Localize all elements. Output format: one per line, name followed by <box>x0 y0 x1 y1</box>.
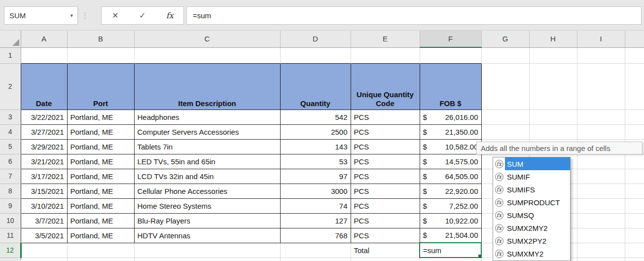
cell[interactable] <box>529 124 577 139</box>
cell[interactable] <box>625 198 644 213</box>
row-header-5[interactable]: 5 <box>0 139 21 154</box>
function-list-item-sumsq[interactable]: fx SUMSQ <box>493 209 570 222</box>
row-header-4[interactable]: 4 <box>0 124 21 139</box>
cell[interactable] <box>577 110 625 124</box>
row-header-1[interactable]: 1 <box>0 47 21 63</box>
column-header-partial[interactable] <box>625 31 644 47</box>
cell[interactable] <box>577 228 625 243</box>
cell[interactable] <box>481 63 529 110</box>
name-box[interactable]: SUM ▾ <box>4 6 78 25</box>
cell[interactable] <box>481 47 529 63</box>
cell[interactable] <box>529 47 577 63</box>
cell-item[interactable]: Blu-Ray Players <box>134 213 280 228</box>
cell-date[interactable]: 3/21/2021 <box>21 154 67 169</box>
cell[interactable] <box>577 258 625 261</box>
cell-port[interactable]: Portland, ME <box>67 198 134 213</box>
header-cell-port[interactable]: Port <box>67 63 134 110</box>
cell[interactable] <box>21 243 67 258</box>
cell[interactable] <box>625 258 644 261</box>
row-header-7[interactable]: 7 <box>0 169 21 184</box>
cell-date[interactable]: 3/22/2021 <box>21 110 67 124</box>
function-list-item-sumifs[interactable]: fx SUMIFS <box>493 183 570 196</box>
cell[interactable] <box>21 258 67 261</box>
cell-date[interactable]: 3/15/2021 <box>21 184 67 198</box>
cell-fob[interactable]: $21,350.00 <box>420 124 481 139</box>
cell-item[interactable]: Tablets 7in <box>134 139 280 154</box>
cell[interactable] <box>625 154 644 169</box>
cell-item[interactable]: LCD TVs 32in and 45in <box>134 169 280 184</box>
cell-item[interactable]: LED TVs, 55in and 65in <box>134 154 280 169</box>
formula-input[interactable]: =sum <box>186 6 642 25</box>
cell-qty[interactable]: 768 <box>280 228 351 243</box>
cell-date[interactable]: 3/10/2021 <box>21 198 67 213</box>
cell-code[interactable]: PCS <box>351 213 420 228</box>
cell-qty[interactable]: 2500 <box>280 124 351 139</box>
header-cell-date[interactable]: Date <box>21 63 67 110</box>
cell-code[interactable]: PCS <box>351 228 420 243</box>
row-header-12-selected[interactable]: 12 <box>0 243 21 258</box>
cell[interactable] <box>577 184 625 198</box>
cell[interactable] <box>577 124 625 139</box>
cell-fob[interactable]: $7,252.00 <box>420 198 481 213</box>
cell-code[interactable]: PCS <box>351 184 420 198</box>
name-box-dropdown-icon[interactable]: ▾ <box>70 12 77 19</box>
header-cell-quantity[interactable]: Quantity <box>280 63 351 110</box>
cell[interactable] <box>280 47 351 63</box>
cell[interactable] <box>134 47 280 63</box>
cell-code[interactable]: PCS <box>351 139 420 154</box>
cell[interactable] <box>625 169 644 184</box>
cell-qty[interactable]: 3000 <box>280 184 351 198</box>
cell-port[interactable]: Portland, ME <box>67 184 134 198</box>
cell-qty[interactable]: 143 <box>280 139 351 154</box>
cell-port[interactable]: Portland, ME <box>67 124 134 139</box>
cell[interactable] <box>67 47 134 63</box>
cell[interactable] <box>577 213 625 228</box>
cell[interactable] <box>67 258 134 261</box>
cell[interactable] <box>625 110 644 124</box>
function-list-item-sumproduct[interactable]: fx SUMPRODUCT <box>493 196 570 209</box>
cell-code[interactable]: PCS <box>351 169 420 184</box>
function-list-item-sum[interactable]: fx SUM <box>493 157 570 170</box>
row-header-6[interactable]: 6 <box>0 154 21 169</box>
column-header-g[interactable]: G <box>481 31 529 47</box>
function-list-item-sumx2py2[interactable]: fx SUMX2PY2 <box>493 234 570 247</box>
active-cell-f12[interactable]: =sum <box>420 243 481 258</box>
cell-qty[interactable]: 53 <box>280 154 351 169</box>
cell-fob[interactable]: $10,922.00 <box>420 213 481 228</box>
cell-date[interactable]: 3/7/2021 <box>21 213 67 228</box>
header-cell-unique-quantity-code[interactable]: Unique Quantity Code <box>351 63 420 110</box>
cell[interactable] <box>577 154 625 169</box>
cell-item[interactable]: Headphones <box>134 110 280 124</box>
column-header-d[interactable]: D <box>280 31 351 47</box>
cell[interactable] <box>67 243 134 258</box>
cell-qty[interactable]: 97 <box>280 169 351 184</box>
cell-port[interactable]: Portland, ME <box>67 213 134 228</box>
cell[interactable] <box>529 63 577 110</box>
cell-code[interactable]: PCS <box>351 154 420 169</box>
cell[interactable] <box>577 198 625 213</box>
cell[interactable] <box>481 124 529 139</box>
cancel-icon[interactable]: ✕ <box>107 11 124 20</box>
cell[interactable] <box>420 47 481 63</box>
cell-date[interactable]: 3/5/2021 <box>21 228 67 243</box>
cell-date[interactable]: 3/27/2021 <box>21 124 67 139</box>
cell-port[interactable]: Portland, ME <box>67 169 134 184</box>
function-list-item-sumxmy2[interactable]: fx SUMXMY2 <box>493 247 570 260</box>
cell[interactable] <box>280 258 351 261</box>
column-header-e[interactable]: E <box>351 31 420 47</box>
row-header-11[interactable]: 11 <box>0 228 21 243</box>
cell-qty[interactable]: 127 <box>280 213 351 228</box>
cell[interactable] <box>625 184 644 198</box>
cell[interactable] <box>529 110 577 124</box>
cell-port[interactable]: Portland, ME <box>67 228 134 243</box>
cell-item[interactable]: Computer Servers Accessories <box>134 124 280 139</box>
cell-item[interactable]: Cellular Phone Accessories <box>134 184 280 198</box>
column-header-a[interactable]: A <box>21 31 67 47</box>
cell-item[interactable]: Home Stereo Systems <box>134 198 280 213</box>
cell-fob[interactable]: $64,505.00 <box>420 169 481 184</box>
insert-function-icon[interactable]: fx <box>161 11 178 20</box>
cell[interactable] <box>625 228 644 243</box>
cell[interactable] <box>625 47 644 63</box>
function-list-item-sumif[interactable]: fx SUMIF <box>493 170 570 183</box>
cell-item[interactable]: HDTV Antennas <box>134 228 280 243</box>
